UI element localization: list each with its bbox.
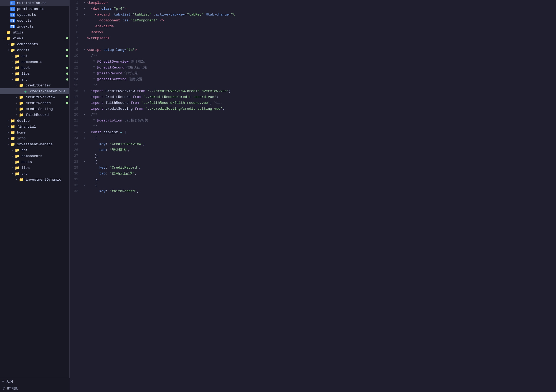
tree-item-components-v[interactable]: ▸📁components	[0, 41, 69, 47]
fold-arrow-info[interactable]: ▸	[6, 137, 10, 140]
tree-item-multipleTab[interactable]: TSmultipleTab.ts	[0, 0, 69, 6]
code-line-30: 30 tab: '信用认证记录',	[70, 171, 556, 177]
fold-arrow-src-invest[interactable]: ▾	[11, 172, 14, 175]
tree-item-info[interactable]: ▸📁info	[0, 135, 69, 141]
fold-arrow-api-credit[interactable]: ▸	[11, 54, 14, 58]
code-line-5: 5 </a-card>	[70, 24, 556, 29]
fold-arrow-creditRecord[interactable]: ▸	[15, 101, 19, 105]
tree-item-api-credit[interactable]: ▸📁api	[0, 53, 69, 59]
code-content: <script setup lang="ts">	[87, 47, 552, 53]
fold-arrow-investmentDynamic[interactable]: ▸	[15, 178, 19, 181]
line-number: 13	[70, 71, 82, 77]
code-content: * @creditRecord 信用认证记录	[87, 65, 552, 71]
fold-arrow-views[interactable]: ▾	[2, 37, 6, 40]
fold-arrow-api-invest[interactable]: ▸	[11, 149, 14, 152]
fold-arrow-libs[interactable]: ▸	[11, 72, 14, 75]
code-line-4: 4 <component :is="isComponent" />	[70, 18, 556, 24]
line-number: 17	[70, 94, 82, 100]
file-icon-credit-center-vue: ◈	[23, 89, 28, 94]
fold-icon[interactable]: ▾	[82, 47, 87, 53]
fold-arrow-credit[interactable]: ▾	[6, 48, 10, 52]
tree-item-investmentDynamic[interactable]: ▸📁investmentDynamic	[0, 177, 69, 182]
outline-item[interactable]: ≡ 大纲	[0, 378, 70, 385]
tree-item-home[interactable]: ▸📁home	[0, 130, 69, 135]
tree-item-credit[interactable]: ▾📁credit	[0, 47, 69, 53]
timeline-item[interactable]: ⏱ 时间线	[0, 385, 70, 392]
fold-icon[interactable]: ▾	[82, 130, 87, 135]
fold-icon[interactable]: ▾	[82, 12, 87, 18]
fold-arrow-src[interactable]: ▾	[11, 78, 14, 81]
code-content: import faithRecord from '../faithRecord/…	[87, 100, 552, 106]
tree-item-index[interactable]: TSindex.ts	[0, 24, 69, 29]
fold-arrow-financial[interactable]: ▸	[6, 125, 10, 128]
code-line-9: 9▾<script setup lang="ts">	[70, 47, 556, 53]
tree-item-hooks-invest[interactable]: ▸📁hooks	[0, 159, 69, 165]
file-label-components-v: components	[17, 42, 38, 46]
fold-arrow-libs-invest[interactable]: ▸	[11, 166, 14, 169]
code-content: key: 'CreditRecord',	[87, 165, 552, 171]
file-label-index: index.ts	[17, 25, 34, 29]
tree-item-utils[interactable]: 📁utils	[0, 29, 69, 35]
line-number: 1	[70, 0, 82, 6]
tree-item-libs[interactable]: ▸📁libs	[0, 71, 69, 77]
code-content: </template>	[87, 35, 552, 41]
tree-item-system[interactable]: TSsystem.ts	[0, 12, 69, 18]
code-content: tab: '统计概况',	[87, 147, 552, 153]
fold-arrow-hook[interactable]: ▸	[11, 66, 14, 69]
tree-item-src[interactable]: ▾📁src	[0, 77, 69, 82]
file-label-libs: libs	[21, 72, 30, 76]
file-explorer[interactable]: TSmultipleTab.tsTSpermission.tsTSsystem.…	[0, 0, 70, 392]
fold-arrow-creditOverview[interactable]: ▸	[15, 96, 19, 99]
file-icon-creditRecord: 📁	[19, 101, 24, 105]
file-label-components-invest: components	[21, 154, 42, 158]
bottom-bar[interactable]: ≡ 大纲 ⏱ 时间线	[0, 378, 70, 392]
file-label-device: device	[17, 119, 30, 123]
fold-arrow-components-invest[interactable]: ▸	[11, 154, 14, 158]
file-label-system: system.ts	[17, 13, 36, 17]
code-content: import CreditRecord from '../creditRecor…	[87, 94, 552, 100]
fold-arrow-components-v[interactable]: ▸	[6, 43, 10, 46]
tree-item-creditCenter[interactable]: ▾📁creditCenter	[0, 82, 69, 88]
tree-item-investment-manage[interactable]: ▾📁investment-manage	[0, 141, 69, 147]
fold-icon[interactable]: ▾	[82, 159, 87, 165]
fold-arrow-home[interactable]: ▸	[6, 131, 10, 134]
tree-item-api-invest[interactable]: ▸📁api	[0, 147, 69, 153]
fold-arrow-creditSetting[interactable]: ▸	[15, 107, 19, 111]
line-number: 25	[70, 141, 82, 147]
fold-arrow-device[interactable]: ▸	[6, 119, 10, 122]
tree-item-components-invest[interactable]: ▸📁components	[0, 153, 69, 159]
fold-icon[interactable]: ▾	[82, 182, 87, 188]
fold-arrow-creditCenter[interactable]: ▾	[15, 84, 19, 87]
tree-item-creditRecord[interactable]: ▸📁creditRecord	[0, 100, 69, 106]
tree-item-libs-invest[interactable]: ▸📁libs	[0, 165, 69, 171]
tree-item-src-invest[interactable]: ▾📁src	[0, 171, 69, 177]
modified-dot-api-credit	[66, 55, 68, 57]
tree-item-hook[interactable]: ▸📁hook	[0, 65, 69, 71]
fold-arrow-faithRecord[interactable]: ▸	[15, 113, 19, 116]
tree-item-faithRecord[interactable]: ▸📁faithRecord	[0, 112, 69, 118]
fold-arrow-investment-manage[interactable]: ▾	[6, 143, 10, 146]
tree-item-creditSetting[interactable]: ▸📁creditSetting	[0, 106, 69, 112]
tree-item-views[interactable]: ▾📁views	[0, 35, 69, 41]
line-number: 15	[70, 82, 82, 88]
fold-icon[interactable]: ▾	[82, 135, 87, 141]
fold-arrow-hooks-invest[interactable]: ▸	[11, 160, 14, 163]
tree-item-user[interactable]: TSuser.ts	[0, 18, 69, 24]
tree-item-components-credit[interactable]: ▸📁components	[0, 59, 69, 65]
tree-item-device[interactable]: ▸📁device	[0, 118, 69, 124]
fold-arrow-components-credit[interactable]: ▸	[11, 60, 14, 63]
fold-icon[interactable]: ▾	[82, 112, 87, 118]
tree-item-creditOverview[interactable]: ▸📁creditOverview	[0, 94, 69, 100]
fold-icon[interactable]: ▾	[82, 88, 87, 94]
code-content: import creditSetting from '../creditSett…	[87, 106, 552, 112]
code-content: <component :is="isComponent" />	[87, 18, 552, 24]
code-content: */	[87, 82, 552, 88]
fold-icon[interactable]: ▾	[82, 6, 87, 12]
fold-icon[interactable]: ▾	[82, 0, 87, 6]
file-label-creditSetting: creditSetting	[26, 107, 53, 111]
tree-item-permission[interactable]: TSpermission.ts	[0, 6, 69, 12]
tree-item-financial[interactable]: ▸📁financial	[0, 124, 69, 130]
file-icon-investment-manage: 📁	[10, 142, 15, 147]
file-icon-investmentDynamic: 📁	[19, 177, 24, 182]
tree-item-credit-center-vue[interactable]: ◈credit-center.vue	[0, 88, 69, 94]
